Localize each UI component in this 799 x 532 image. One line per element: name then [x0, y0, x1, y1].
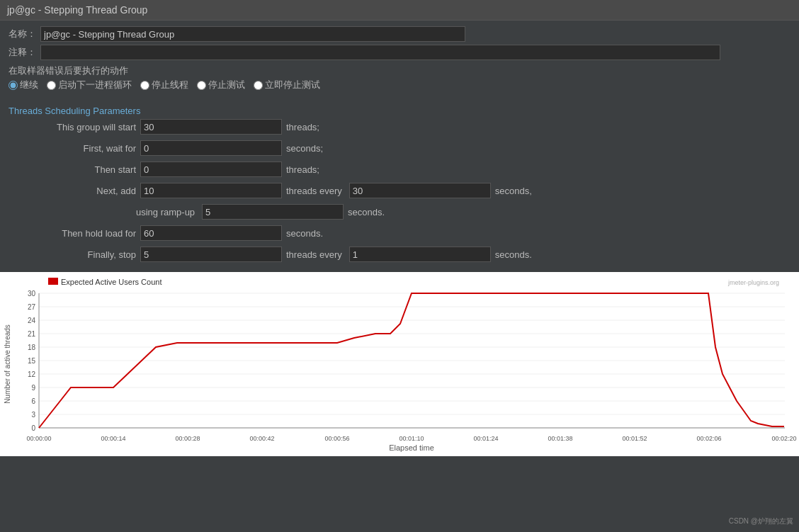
param-label-6: Finally, stop: [8, 249, 136, 260]
param-input-6[interactable]: [140, 247, 282, 262]
svg-text:0: 0: [31, 424, 35, 432]
svg-text:3: 3: [31, 411, 35, 419]
svg-rect-38: [48, 278, 58, 285]
name-row: 名称：: [8, 26, 790, 42]
param-input-threads-every-1[interactable]: [349, 183, 491, 198]
svg-text:21: 21: [28, 330, 36, 338]
svg-text:00:00:56: 00:00:56: [324, 435, 349, 442]
radio-stop-thread[interactable]: 停止线程: [140, 79, 188, 91]
svg-text:Number of active threads: Number of active threads: [4, 324, 11, 404]
svg-text:9: 9: [31, 384, 35, 392]
threads-every-1-label: threads every: [286, 186, 342, 196]
svg-text:Elapsed time: Elapsed time: [389, 443, 434, 452]
param-row-3: Then start threads;: [8, 162, 790, 177]
param-row-6: Finally, stop threads every seconds.: [8, 247, 790, 262]
svg-text:00:01:52: 00:01:52: [622, 435, 647, 442]
error-section-label: 在取样器错误后要执行的动作: [8, 64, 790, 77]
param-unit-1: threads;: [286, 122, 319, 132]
param-input-3[interactable]: [140, 162, 282, 177]
params-section: Threads Scheduling Parameters This group…: [0, 106, 799, 272]
chart-container: 30 27 24 21 18 15 12 9 6 3 0 00:00:00 00…: [0, 272, 799, 456]
svg-text:6: 6: [31, 397, 35, 405]
params-section-title: Threads Scheduling Parameters: [8, 106, 790, 116]
param-row-4: Next, add threads every seconds,: [8, 183, 790, 198]
svg-text:24: 24: [28, 317, 36, 324]
svg-text:00:01:38: 00:01:38: [548, 435, 572, 442]
svg-text:00:00:00: 00:00:00: [26, 435, 51, 442]
name-label: 名称：: [8, 28, 36, 40]
param-input-4[interactable]: [140, 183, 282, 198]
svg-text:30: 30: [28, 290, 36, 298]
param-label-5: Then hold load for: [8, 228, 136, 239]
param-unit-threads-every-1: seconds,: [495, 186, 532, 196]
chart-svg: 30 27 24 21 18 15 12 9 6 3 0 00:00:00 00…: [0, 272, 799, 456]
threads-every-2-label: threads every: [286, 249, 342, 260]
radio-continue[interactable]: 继续: [8, 79, 38, 91]
ramp-up-label: using ramp-up: [136, 207, 195, 217]
svg-text:00:00:42: 00:00:42: [249, 435, 274, 442]
param-input-threads-every-2[interactable]: [349, 247, 491, 262]
param-unit-threads-every-2: seconds.: [495, 249, 532, 260]
svg-text:12: 12: [28, 370, 36, 378]
svg-text:00:02:20: 00:02:20: [771, 435, 796, 442]
param-label-4: Next, add: [8, 186, 136, 196]
title-bar: jp@gc - Stepping Thread Group: [0, 0, 799, 21]
param-unit-3: threads;: [286, 164, 319, 175]
param-row-2: First, wait for seconds;: [8, 140, 790, 156]
svg-text:00:00:28: 00:00:28: [175, 435, 200, 442]
param-unit-2: seconds;: [286, 143, 323, 154]
comment-input[interactable]: [40, 45, 720, 60]
comment-row: 注释：: [8, 45, 790, 60]
param-row-5: Then hold load for seconds.: [8, 225, 790, 241]
param-label-1: This group will start: [8, 122, 136, 132]
window-title: jp@gc - Stepping Thread Group: [7, 4, 147, 16]
radio-stop-test[interactable]: 停止测试: [197, 79, 245, 91]
svg-text:Expected Active Users Count: Expected Active Users Count: [61, 278, 162, 286]
param-label-3: Then start: [8, 164, 136, 175]
param-input-1[interactable]: [140, 119, 282, 135]
param-unit-5: seconds.: [286, 228, 323, 239]
radio-next-loop[interactable]: 启动下一进程循环: [47, 79, 132, 91]
name-input[interactable]: [40, 26, 465, 42]
error-action-group: 继续 启动下一进程循环 停止线程 停止测试 立即停止测试: [8, 79, 790, 91]
radio-stop-test-now[interactable]: 立即停止测试: [254, 79, 320, 91]
param-label-2: First, wait for: [8, 143, 136, 154]
svg-text:00:02:06: 00:02:06: [696, 435, 721, 442]
svg-text:18: 18: [28, 344, 36, 351]
param-unit-ramp-up: seconds.: [348, 207, 385, 217]
param-row-1: This group will start threads;: [8, 119, 790, 135]
param-input-5[interactable]: [140, 225, 282, 241]
param-input-2[interactable]: [140, 140, 282, 156]
svg-text:00:01:10: 00:01:10: [399, 435, 424, 442]
csdn-watermark: CSDN @炉翔的左翼: [729, 516, 793, 526]
svg-text:15: 15: [28, 357, 36, 365]
comment-label: 注释：: [8, 46, 36, 59]
svg-text:jmeter-plugins.org: jmeter-plugins.org: [727, 279, 779, 286]
svg-text:27: 27: [28, 303, 36, 311]
form-area: 名称： 注释： 在取样器错误后要执行的动作 继续 启动下一进程循环 停止线程 停…: [0, 21, 799, 101]
svg-rect-0: [0, 272, 799, 456]
param-input-ramp-up[interactable]: [202, 204, 344, 220]
param-row-4b: using ramp-up seconds.: [136, 204, 790, 220]
svg-text:00:00:14: 00:00:14: [101, 435, 125, 442]
svg-text:00:01:24: 00:01:24: [473, 435, 498, 442]
